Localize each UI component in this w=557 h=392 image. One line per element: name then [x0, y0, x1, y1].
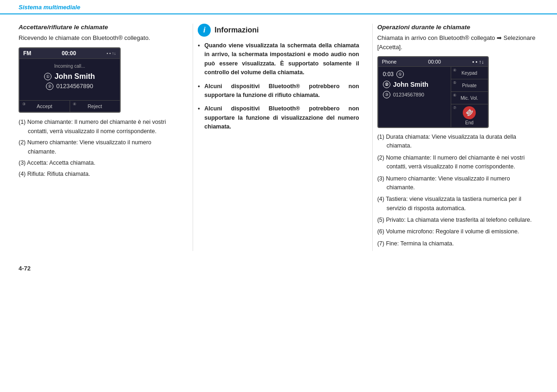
col3-list-item-6: (6) Volume microfono: Regolare il volume…: [377, 227, 538, 236]
phone-screen-header: Phone 00:00 ▪ ▪ ↑↓: [378, 57, 488, 67]
col3-list-item-1: (1) Durata chiamata: Viene visualizzata …: [377, 133, 538, 151]
info-icon: i: [198, 24, 211, 37]
info-header: i Informazioni: [198, 24, 359, 37]
col-divider-2: [372, 24, 373, 251]
list-item-3: (3) Accetta: Accetta chiamata.: [19, 158, 180, 167]
col3-list-item-7: (7) Fine: Termina la chiamata.: [377, 239, 538, 248]
screen-status-icons: ▪ ▪ ↑↓: [107, 51, 116, 56]
list-item-4: (4) Rifiuta: Rifiuta chiamata.: [19, 169, 180, 179]
incoming-call-screen: FM 00:00 ▪ ▪ ↑↓ Incoming call... ① John …: [19, 47, 121, 113]
col1-list: (1) Nome chiamante: Il numero del chiama…: [19, 117, 180, 179]
caller-name: John Smith: [54, 72, 95, 81]
side-num-5: ⑤: [453, 81, 456, 85]
mic-vol-button[interactable]: ⑥ Mic. Vol.: [451, 92, 488, 104]
col3-title: Operazioni durante le chiamate: [377, 24, 538, 31]
phone-name-row: ② John Smith: [383, 81, 446, 88]
bullet-item-2: Alcuni dispositivi Bluetooth® potrebbero…: [198, 82, 359, 100]
col-divider-1: [193, 24, 193, 251]
list-item-1: (1) Nome chiamante: Il numero del chiama…: [19, 117, 180, 136]
bullet-item-1: Quando viene visualizzata la schermata d…: [198, 41, 359, 77]
side-num-6: ⑥: [453, 93, 456, 97]
info-title: Informazioni: [214, 26, 259, 34]
col3-list-item-2: (2) Nome chiamante: Il numero del chiama…: [377, 154, 538, 172]
phone-left-panel: 0:03 ① ② John Smith ③ 01234567890: [378, 67, 451, 127]
col3-subtitle: Chiamata in arrivo con Bluetooth® colleg…: [377, 33, 538, 51]
phone-duration: 0:03: [383, 71, 394, 77]
keypad-button[interactable]: ④ Keypad: [451, 67, 488, 79]
screen-fm-label: FM: [23, 50, 31, 57]
end-call-button[interactable]: ⑦ ☎ End: [451, 104, 488, 127]
col3-list-item-4: (4) Tastiera: viene visualizzata la tast…: [377, 195, 538, 213]
phone-circle-3: ③: [383, 91, 390, 98]
caller-number-row: ② 01234567890: [25, 83, 114, 90]
accept-button-screen[interactable]: ③ Accept: [19, 101, 70, 112]
phone-call-screen: Phone 00:00 ▪ ▪ ↑↓ 0:03 ① ② John Smith ③: [377, 56, 489, 128]
end-label: End: [465, 120, 473, 125]
end-circle-icon: ☎: [463, 106, 476, 119]
circle-num-2: ②: [46, 83, 53, 90]
col1-title: Accettare/rifiutare le chiamate: [19, 24, 180, 31]
col3-list-item-5: (5) Privato: La chiamata viene trasferit…: [377, 216, 538, 225]
private-button[interactable]: ⑤ Private: [451, 79, 488, 92]
page-footer: 4-72: [0, 260, 557, 276]
phone-caller-name: John Smith: [393, 81, 428, 88]
col1: Accettare/rifiutare le chiamate Ricevend…: [19, 24, 188, 251]
private-label: Private: [462, 83, 477, 88]
col3-list: (1) Durata chiamata: Viene visualizzata …: [377, 133, 538, 248]
info-box: i Informazioni Quando viene visualizzata…: [198, 24, 359, 131]
bullet-item-3: Alcuni dispositivi Bluetooth® potrebbero…: [198, 104, 359, 131]
phone-status-icons: ▪ ▪ ↑↓: [473, 59, 484, 64]
phone-screen-body: 0:03 ① ② John Smith ③ 01234567890 ④: [378, 67, 488, 127]
circle-num-1: ①: [44, 73, 52, 80]
phone-time: 00:00: [428, 59, 441, 64]
phone-number-row: ③ 01234567890: [383, 91, 446, 98]
header-title: Sistema multimediale: [19, 4, 80, 11]
mic-vol-label: Mic. Vol.: [460, 96, 478, 101]
phone-icon: ☎: [464, 107, 474, 118]
accept-label: Accept: [37, 103, 52, 109]
page-number: 4-72: [19, 265, 31, 272]
col2: i Informazioni Quando viene visualizzata…: [198, 24, 367, 251]
caller-number: 01234567890: [56, 83, 93, 90]
reject-button-screen[interactable]: ④ Reject: [70, 101, 120, 112]
screen-buttons: ③ Accept ④ Reject: [19, 100, 120, 112]
incoming-call-text: Incoming call...: [25, 64, 114, 69]
col3-list-item-3: (3) Numero chiamante: Viene visualizzato…: [377, 174, 538, 193]
phone-label: Phone: [382, 59, 397, 64]
main-content: Accettare/rifiutare le chiamate Ricevend…: [0, 14, 557, 260]
reject-label: Reject: [88, 103, 102, 109]
screen-header: FM 00:00 ▪ ▪ ↑↓: [19, 48, 120, 59]
btn-num-3: ③: [22, 102, 26, 106]
phone-circle-1: ①: [396, 71, 404, 78]
phone-duration-row: 0:03 ①: [383, 71, 446, 78]
btn-num-4: ④: [73, 102, 76, 106]
screen-body: Incoming call... ① John Smith ② 01234567…: [19, 59, 120, 100]
bullet-list: Quando viene visualizzata la schermata d…: [198, 41, 359, 131]
page-header: Sistema multimediale: [0, 0, 557, 14]
side-num-4: ④: [453, 68, 456, 72]
side-num-7: ⑦: [453, 106, 456, 110]
list-item-2: (2) Numero chiamante: Viene visualizzato…: [19, 138, 180, 156]
keypad-label: Keypad: [461, 71, 477, 76]
phone-circle-2: ②: [383, 81, 390, 88]
screen-time: 00:00: [62, 50, 76, 57]
caller-name-row: ① John Smith: [25, 72, 114, 81]
col3: Operazioni durante le chiamate Chiamata …: [377, 24, 538, 251]
phone-caller-number: 01234567890: [393, 92, 424, 97]
col1-subtitle: Ricevendo le chiamate con Bluetooth® col…: [19, 33, 180, 43]
phone-right-panel: ④ Keypad ⑤ Private ⑥ Mic. Vol. ⑦ ☎: [451, 67, 488, 127]
